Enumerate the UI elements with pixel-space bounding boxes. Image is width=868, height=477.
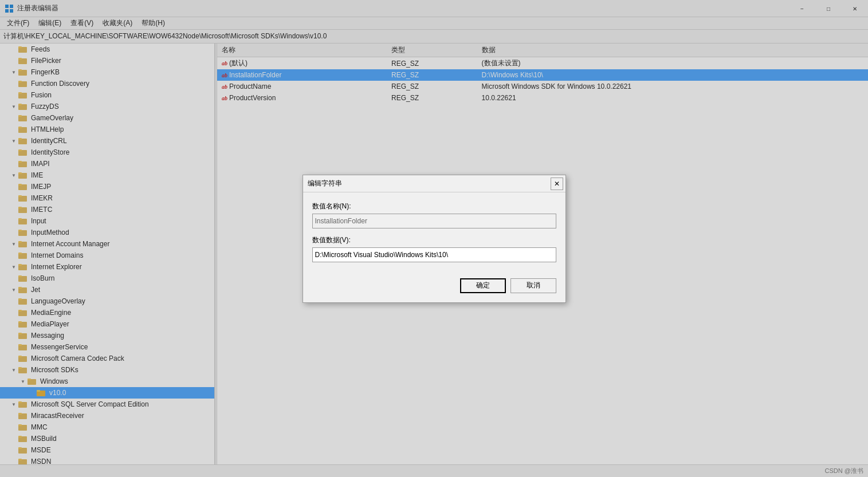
name-label: 数值名称(N): xyxy=(312,202,556,211)
modal-close-button[interactable]: ✕ xyxy=(551,178,563,190)
modal-body: 数值名称(N): 数值数据(V): xyxy=(303,192,565,278)
ok-button[interactable]: 确定 xyxy=(460,278,506,293)
data-input[interactable] xyxy=(312,247,556,262)
modal-title: 编辑字符串 xyxy=(308,179,342,188)
modal-overlay: 编辑字符串 ✕ 数值名称(N): 数值数据(V): 确定 取消 xyxy=(0,0,868,477)
cancel-button[interactable]: 取消 xyxy=(510,278,556,293)
edit-string-dialog: 编辑字符串 ✕ 数值名称(N): 数值数据(V): 确定 取消 xyxy=(303,175,566,303)
modal-title-bar: 编辑字符串 ✕ xyxy=(303,175,565,192)
modal-buttons: 确定 取消 xyxy=(303,278,565,302)
data-label: 数值数据(V): xyxy=(312,235,556,245)
name-input[interactable] xyxy=(312,214,556,228)
